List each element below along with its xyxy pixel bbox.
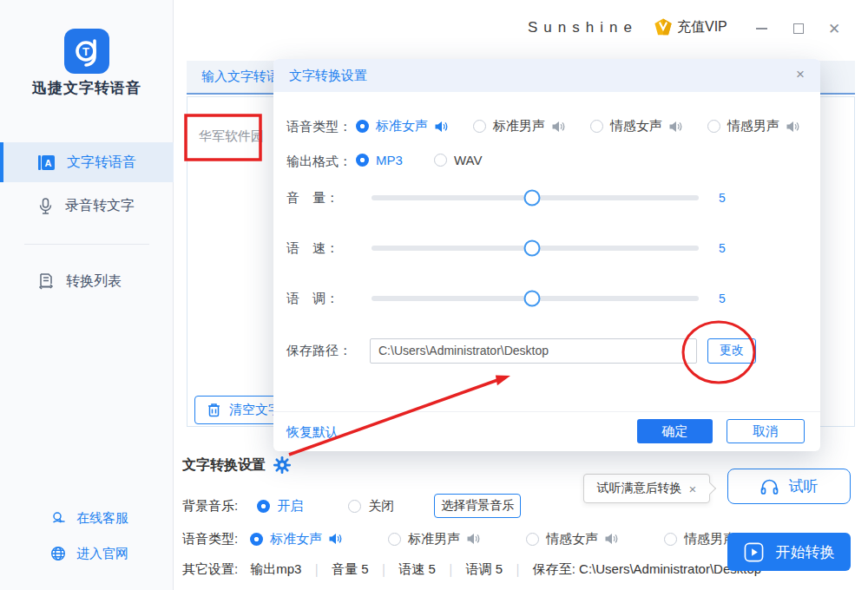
radio-on[interactable]	[257, 500, 270, 513]
conversion-settings-heading: 文字转换设置	[182, 456, 292, 475]
save-path-label: 保存路径：	[286, 343, 356, 359]
radio-emo-female[interactable]	[590, 120, 603, 133]
radio-std-female[interactable]	[356, 120, 369, 133]
sidebar: T 迅捷文字转语音 A 文字转语音 录音转文字 转换列表	[0, 0, 174, 590]
tooltip-text: 试听满意后转换	[597, 481, 682, 496]
online-support-link[interactable]: 在线客服	[0, 507, 174, 529]
sidebar-item-conversion-list[interactable]: 转换列表	[0, 261, 174, 301]
vip-badge-icon	[654, 17, 673, 36]
bgm-off-option[interactable]: 关闭	[348, 498, 394, 515]
text-conversion-settings-dialog: 文字转换设置 × 语音类型： 标准女声 标准男声 情感女声 情感男声	[273, 59, 820, 451]
support-headset-icon	[50, 510, 66, 526]
voice-type-label: 语音类型:	[182, 531, 238, 547]
window-title: Sunshine	[528, 19, 638, 36]
official-site-link[interactable]: 进入官网	[0, 542, 174, 565]
ok-button[interactable]: 确定	[637, 419, 713, 443]
other-item-volume: 音量 5	[332, 561, 369, 578]
minimize-button[interactable]	[750, 19, 773, 38]
close-icon: ✕	[828, 22, 840, 36]
maximize-icon	[793, 23, 804, 34]
app-name: 迅捷文字转语音	[0, 78, 174, 98]
trash-icon	[207, 403, 220, 417]
sidebar-item-speech-to-text[interactable]: 录音转文字	[0, 186, 174, 226]
listen-tooltip: 试听满意后转换 ×	[583, 474, 710, 503]
format-option-mp3[interactable]: MP3	[356, 153, 403, 167]
speaker-icon[interactable]	[435, 121, 448, 133]
tooltip-close-icon[interactable]: ×	[689, 482, 697, 496]
volume-slider-row: 音 量： 5	[286, 185, 807, 211]
listen-button[interactable]: 试听	[727, 469, 851, 504]
radio-mp3[interactable]	[356, 154, 369, 167]
close-button[interactable]: ✕	[823, 19, 845, 38]
speed-slider-thumb[interactable]	[523, 240, 540, 257]
app-logo-icon: T	[64, 29, 109, 74]
dialog-format-label: 输出格式：	[286, 154, 356, 170]
radio-emo-male[interactable]	[664, 533, 677, 546]
voice-type-row: 语音类型: 标准女声 标准男声 情感女声 情感男声	[182, 528, 756, 550]
tooltip-arrow	[704, 482, 716, 495]
speaker-icon[interactable]	[669, 121, 682, 133]
conversion-list-icon	[38, 273, 54, 290]
minimize-icon	[756, 28, 767, 30]
svg-text:T: T	[82, 45, 89, 58]
sidebar-item-label: 录音转文字	[65, 197, 135, 215]
sidebar-item-label: 转换列表	[66, 272, 122, 291]
radio-std-male[interactable]	[388, 533, 401, 546]
other-item-format: 输出mp3	[250, 561, 301, 578]
radio-std-male[interactable]	[473, 120, 486, 133]
radio-emo-female[interactable]	[526, 533, 539, 546]
dialog-voice-std-male[interactable]: 标准男声	[473, 118, 565, 134]
maximize-button[interactable]	[787, 19, 810, 38]
sidebar-item-text-to-speech[interactable]: A 文字转语音	[0, 142, 174, 182]
radio-emo-male[interactable]	[707, 120, 720, 133]
pitch-label: 语 调：	[286, 291, 356, 307]
pitch-slider[interactable]	[372, 296, 699, 301]
volume-label: 音 量：	[286, 190, 356, 206]
pitch-slider-row: 语 调： 5	[286, 285, 807, 311]
save-path-row: 保存路径： 更改	[286, 338, 807, 364]
choose-bgm-button[interactable]: 选择背景音乐	[434, 494, 521, 518]
speaker-icon[interactable]	[605, 533, 618, 545]
change-path-button[interactable]: 更改	[707, 338, 756, 364]
voice-option-emo-female[interactable]: 情感女声	[526, 531, 618, 547]
listen-label: 试听	[789, 476, 819, 496]
svg-text:A: A	[45, 158, 52, 168]
bgm-row: 背景音乐: 开启 关闭 选择背景音乐	[182, 494, 521, 518]
other-item-speed: 语速 5	[398, 561, 436, 578]
volume-slider-thumb[interactable]	[523, 190, 540, 206]
volume-value: 5	[719, 191, 726, 205]
voice-option-std-female[interactable]: 标准女声	[250, 531, 342, 547]
bgm-on-option[interactable]: 开启	[257, 498, 303, 515]
vip-recharge-button[interactable]: 充值VIP	[654, 17, 727, 36]
radio-std-female[interactable]	[250, 533, 263, 546]
start-convert-button[interactable]: 开始转换	[727, 533, 851, 571]
dialog-voice-std-female[interactable]: 标准女声	[356, 118, 448, 134]
speaker-icon[interactable]	[552, 121, 565, 133]
pitch-value: 5	[719, 292, 726, 305]
speaker-icon[interactable]	[786, 121, 799, 133]
speed-slider-row: 语 速： 5	[286, 235, 807, 261]
radio-wav[interactable]	[434, 154, 447, 167]
voice-option-std-male[interactable]: 标准男声	[388, 531, 480, 547]
dialog-voice-emo-female[interactable]: 情感女声	[590, 118, 682, 134]
speed-label: 语 速：	[286, 240, 356, 257]
cancel-button[interactable]: 取消	[727, 419, 805, 443]
save-path-input[interactable]	[370, 338, 697, 364]
radio-off[interactable]	[348, 500, 361, 513]
editor-content[interactable]: 华军软件园	[199, 128, 264, 145]
dialog-voice-emo-male[interactable]: 情感男声	[707, 118, 799, 134]
sidebar-item-label: 文字转语音	[67, 154, 136, 172]
pitch-slider-thumb[interactable]	[523, 291, 540, 307]
other-settings-row: 其它设置: 输出mp3 ｜ 音量 5 ｜ 语速 5 ｜ 语调 5 ｜ 保存至: …	[182, 559, 761, 580]
speed-slider[interactable]	[372, 246, 699, 251]
vip-label: 充值VIP	[677, 18, 727, 36]
gear-icon[interactable]	[273, 456, 292, 475]
format-option-wav[interactable]: WAV	[434, 153, 483, 167]
dialog-close-icon[interactable]: ×	[796, 67, 805, 82]
volume-slider[interactable]	[372, 195, 699, 200]
settings-heading-label: 文字转换设置	[182, 456, 266, 475]
dialog-voice-label: 语音类型：	[286, 119, 356, 135]
restore-defaults-link[interactable]: 恢复默认	[286, 424, 339, 441]
speaker-icon[interactable]	[467, 533, 480, 545]
speaker-icon[interactable]	[329, 533, 342, 545]
